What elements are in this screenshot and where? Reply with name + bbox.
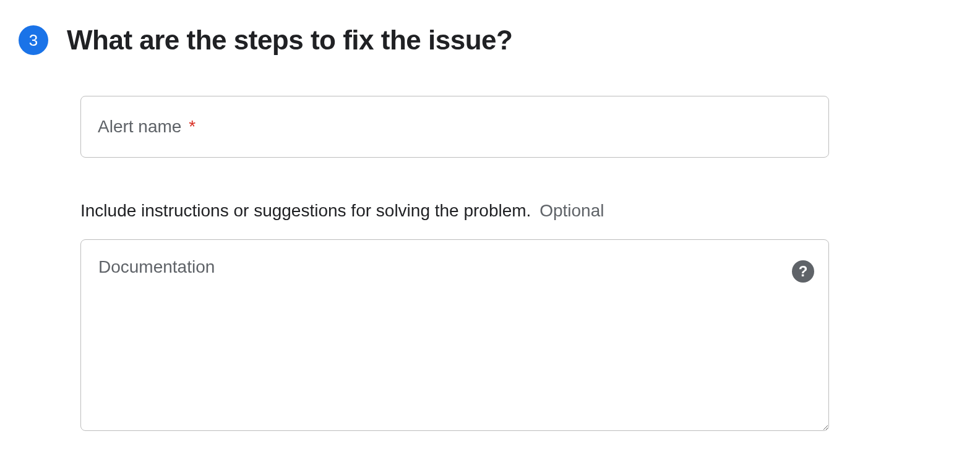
form-section: Alert name * Include instructions or sug… <box>80 96 829 433</box>
optional-tag: Optional <box>539 201 604 220</box>
alert-name-field-wrapper: Alert name * <box>80 96 829 158</box>
documentation-textarea[interactable] <box>80 239 829 431</box>
documentation-helper-text: Include instructions or suggestions for … <box>80 201 531 220</box>
documentation-field-wrapper: ? <box>80 239 829 433</box>
documentation-helper: Include instructions or suggestions for … <box>80 201 829 221</box>
step-header: 3 What are the steps to fix the issue? <box>19 25 961 56</box>
help-icon[interactable]: ? <box>792 260 814 283</box>
alert-name-input[interactable] <box>80 96 829 158</box>
step-title: What are the steps to fix the issue? <box>67 25 512 56</box>
step-number-badge: 3 <box>19 25 48 55</box>
